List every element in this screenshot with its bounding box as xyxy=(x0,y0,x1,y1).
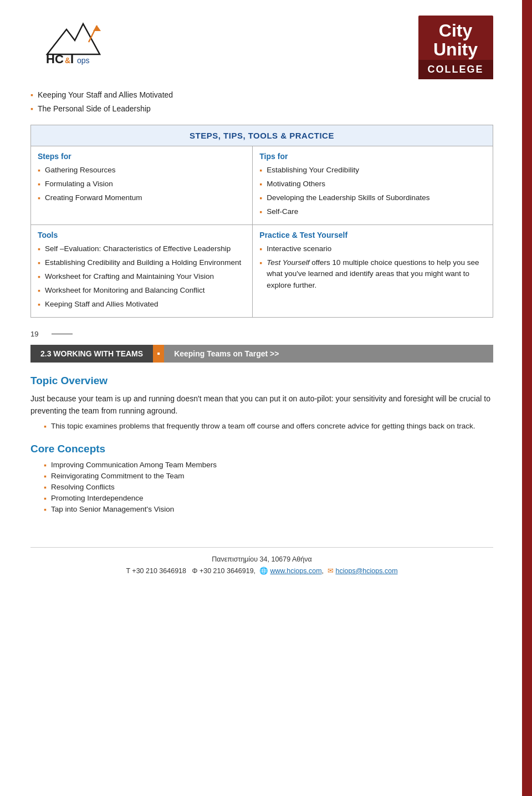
tool-5: Keeping Staff and Allies Motivated xyxy=(38,299,245,310)
topic-overview-title: Topic Overview xyxy=(30,375,493,387)
svg-text:COLLEGE: COLLEGE xyxy=(427,64,483,75)
hci-logo: HC & I ops HOTEL CATERING & INSTITUTIONA… xyxy=(30,16,133,65)
tool-4: Worksheet for Monitoring and Balancing C… xyxy=(38,285,245,297)
page-number-area: 19 xyxy=(30,330,493,338)
tip-4: Self-Care xyxy=(259,206,486,218)
city-unity-logo: City Unity COLLEGE xyxy=(418,16,493,79)
footer: Πανεπιστημίου 34, 10679 Αθήνα T +30 210 … xyxy=(30,547,493,586)
tip-2: Motivating Others xyxy=(259,178,486,190)
step-2: Formulating a Vision xyxy=(38,178,245,190)
intro-bullet-list: Keeping Your Staff and Allies Motivated … xyxy=(30,89,493,115)
city-unity-logo-svg: City Unity COLLEGE xyxy=(418,16,493,79)
page-number: 19 xyxy=(30,330,44,338)
practice-list: Interactive scenario Test Yourself offer… xyxy=(259,243,486,291)
table-main-header: STEPS, TIPS, TOOLS & PRACTICE xyxy=(31,125,493,146)
step-1: Gathering Resources xyxy=(38,165,245,176)
practice-item-1: Interactive scenario xyxy=(259,243,486,255)
steps-list: Gathering Resources Formulating a Vision… xyxy=(38,165,245,204)
svg-text:ops: ops xyxy=(77,56,90,65)
core-concept-1: Improving Communication Among Team Membe… xyxy=(44,461,493,470)
practice-header: Practice & Test Yourself xyxy=(259,229,486,243)
core-concept-3: Resolving Conflicts xyxy=(44,483,493,492)
core-concepts-title: Core Concepts xyxy=(30,443,493,455)
globe-icon: 🌐 xyxy=(259,567,268,575)
footer-website[interactable]: www.hciops.com xyxy=(270,567,322,575)
core-concept-4: Promoting Interdependence xyxy=(44,494,493,503)
topic-overview-bullets: This topic examines problems that freque… xyxy=(44,422,493,431)
section-bar-left: 2.3 WORKING WITH TEAMS xyxy=(30,345,153,363)
tip-3: Developing the Leadership Skills of Subo… xyxy=(259,192,486,204)
steps-tips-table: STEPS, TIPS, TOOLS & PRACTICE Steps for … xyxy=(30,125,493,318)
topic-bullet-1: This topic examines problems that freque… xyxy=(44,422,493,431)
section-bar: 2.3 WORKING WITH TEAMS ▪ Keeping Teams o… xyxy=(30,345,493,363)
section-bar-bullet-icon: ▪ xyxy=(157,349,160,359)
tips-header: Tips for xyxy=(259,151,486,165)
tips-list: Establishing Your Credibility Motivating… xyxy=(259,165,486,218)
header: HC & I ops HOTEL CATERING & INSTITUTIONA… xyxy=(30,0,493,89)
tools-header: Tools xyxy=(38,229,245,243)
practice-item-2: Test Yourself offers 10 multiple choice … xyxy=(259,257,486,291)
footer-address: Πανεπιστημίου 34, 10679 Αθήνα xyxy=(30,555,493,563)
tools-list: Self –Evaluation: Characteristics of Eff… xyxy=(38,243,245,310)
tool-1: Self –Evaluation: Characteristics of Eff… xyxy=(38,243,245,255)
svg-text:Unity: Unity xyxy=(433,39,478,59)
intro-bullet-2: The Personal Side of Leadership xyxy=(30,103,493,115)
section-bar-right: Keeping Teams on Target >> xyxy=(164,345,493,363)
core-concept-2: Reinvigorating Commitment to the Team xyxy=(44,472,493,481)
core-concepts-list: Improving Communication Among Team Membe… xyxy=(44,461,493,514)
right-border-accent xyxy=(522,0,532,796)
svg-text:I: I xyxy=(70,52,74,65)
tip-1: Establishing Your Credibility xyxy=(259,165,486,176)
steps-header: Steps for xyxy=(38,151,245,165)
core-concept-5: Tap into Senior Management's Vision xyxy=(44,505,493,514)
email-icon: ✉ xyxy=(328,567,334,575)
step-3: Creating Forward Momentum xyxy=(38,192,245,204)
core-concepts-section: Core Concepts Improving Communication Am… xyxy=(30,443,493,514)
svg-text:HC: HC xyxy=(46,52,64,65)
tool-3: Worksheet for Crafting and Maintaining Y… xyxy=(38,271,245,283)
intro-bullet-1: Keeping Your Staff and Allies Motivated xyxy=(30,89,493,101)
svg-marker-3 xyxy=(93,25,101,31)
footer-email[interactable]: hciops@hciops.com xyxy=(336,567,398,575)
page-number-line xyxy=(52,334,73,335)
svg-text:City: City xyxy=(439,21,473,40)
footer-contact: T +30 210 3646918 Φ +30 210 3646919, 🌐 w… xyxy=(30,567,493,575)
topic-overview-paragraph1: Just because your team is up and running… xyxy=(30,392,493,417)
hci-logo-svg: HC & I ops HOTEL CATERING & INSTITUTIONA… xyxy=(30,16,133,65)
tool-2: Establishing Credibility and Building a … xyxy=(38,257,245,269)
svg-text:&: & xyxy=(65,56,70,65)
topic-overview-section: Topic Overview Just because your team is… xyxy=(30,375,493,431)
svg-marker-0 xyxy=(47,24,100,54)
